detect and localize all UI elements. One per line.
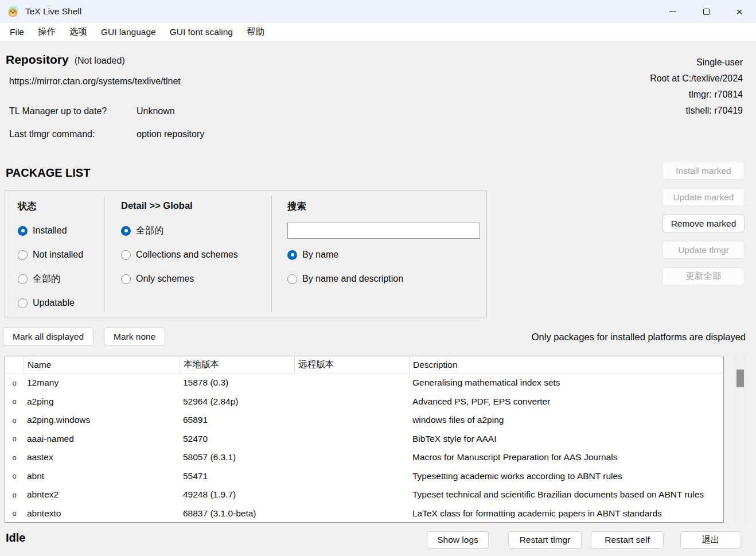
radio-collections-schemes[interactable]: Collections and schemes xyxy=(121,248,238,262)
action-button-4[interactable]: 更新全部 xyxy=(663,267,745,285)
cell-marker: o xyxy=(5,416,24,425)
footer-button-2[interactable]: Restart self xyxy=(591,531,664,549)
radio-label: By name and description xyxy=(302,274,403,284)
cell-marker: o xyxy=(5,491,24,499)
scrollbar-thumb[interactable] xyxy=(736,370,744,387)
radio-label: Not installed xyxy=(33,250,83,260)
column-header-3[interactable]: 远程版本 xyxy=(294,356,409,374)
cell-local: 68837 (3.1.0-beta) xyxy=(180,508,294,519)
table-row[interactable]: oabntex249248 (1.9.7)Typeset technical a… xyxy=(5,485,723,504)
cell-name: aastex xyxy=(24,452,180,462)
radio-label: By name xyxy=(302,250,338,260)
column-header-1[interactable]: Name xyxy=(24,356,180,374)
radio-icon xyxy=(18,226,28,236)
cell-description: Typeset technical and scientific Brazili… xyxy=(409,489,723,500)
radio-icon xyxy=(18,298,28,308)
table-header-row: Name本地版本远程版本Description xyxy=(5,356,723,374)
radio-label: 全部的 xyxy=(33,273,60,285)
app-icon xyxy=(7,5,20,18)
menu-item-3[interactable]: GUI language xyxy=(94,23,163,41)
cell-marker: o xyxy=(5,434,24,443)
radio-by-name[interactable]: By name xyxy=(287,248,338,262)
window-controls: × xyxy=(656,0,756,23)
tl-manager-row: TL Manager up to date? Unknown xyxy=(9,106,175,116)
radio-not-installed[interactable]: Not installed xyxy=(18,248,83,262)
radio-label: Updatable xyxy=(33,298,75,308)
window-title: TeX Live Shell xyxy=(25,6,81,17)
search-group-title: 搜索 xyxy=(287,200,306,213)
app-window: TeX Live Shell × File操作选项GUI languageGUI… xyxy=(0,0,756,556)
cell-marker: o xyxy=(5,472,24,480)
minimize-button[interactable] xyxy=(656,0,689,23)
cell-name: abntexto xyxy=(24,508,180,519)
footer-button-0[interactable]: Show logs xyxy=(427,531,489,549)
install-info: Single-user Root at C:/texlive/2024 tlmg… xyxy=(650,55,743,119)
tlmgr-version: tlmgr: r70814 xyxy=(650,87,743,103)
repository-header: Repository (Not loaded) xyxy=(6,53,125,67)
cell-description: windows files of a2ping xyxy=(409,415,723,425)
radio-icon xyxy=(18,250,28,260)
last-command-value: option repository xyxy=(137,129,204,139)
search-input[interactable] xyxy=(287,223,480,239)
radio-icon xyxy=(287,250,297,260)
footer-buttons: Show logsRestart tlmgrRestart self退出 xyxy=(427,531,741,549)
mark-none-button[interactable]: Mark none xyxy=(104,328,165,345)
column-header-2[interactable]: 本地版本 xyxy=(180,356,294,374)
close-button[interactable]: × xyxy=(723,0,756,23)
radio-all-status[interactable]: 全部的 xyxy=(18,272,60,286)
column-header-4[interactable]: Description xyxy=(409,356,723,374)
action-button-2[interactable]: Remove marked xyxy=(663,215,745,232)
radio-icon xyxy=(287,274,297,284)
table-row[interactable]: oa2ping.windows65891windows files of a2p… xyxy=(5,411,723,430)
table-row[interactable]: oa2ping52964 (2.84p)Advanced PS, PDF, EP… xyxy=(5,392,723,411)
mark-button-row: Mark all displayed Mark none xyxy=(3,328,165,345)
table-row[interactable]: oaaai-named52470BibTeX style for AAAI xyxy=(5,430,723,449)
radio-updatable[interactable]: Updatable xyxy=(18,296,75,310)
detail-group-title: Detail >> Global xyxy=(121,200,193,211)
table-body: o12many15878 (0.3)Generalising mathemati… xyxy=(5,374,723,523)
install-root: Root at C:/texlive/2024 xyxy=(650,71,743,87)
cell-marker: o xyxy=(5,379,24,387)
footer-button-1[interactable]: Restart tlmgr xyxy=(508,531,582,549)
radio-by-name-description[interactable]: By name and description xyxy=(287,272,403,286)
cell-description: BibTeX style for AAAI xyxy=(409,434,723,444)
radio-icon xyxy=(121,226,131,236)
action-button-0[interactable]: Install marked xyxy=(663,162,745,180)
table-row[interactable]: oaastex58057 (6.3.1)Macros for Manuscrip… xyxy=(5,448,723,467)
cell-name: abnt xyxy=(24,471,180,481)
table-scrollbar[interactable] xyxy=(735,356,745,523)
divider xyxy=(104,196,104,312)
mark-all-displayed-button[interactable]: Mark all displayed xyxy=(3,328,93,345)
table-row[interactable]: o12many15878 (0.3)Generalising mathemati… xyxy=(5,374,723,392)
cell-marker: o xyxy=(5,509,24,518)
cell-marker: o xyxy=(5,397,24,406)
tlshell-version: tlshell: r70419 xyxy=(650,103,743,119)
maximize-button[interactable] xyxy=(689,0,723,23)
menu-item-5[interactable]: 帮助 xyxy=(240,23,271,41)
radio-detail-all[interactable]: 全部的 xyxy=(121,224,163,238)
radio-only-schemes[interactable]: Only schemes xyxy=(121,272,194,286)
radio-installed[interactable]: Installed xyxy=(18,224,67,238)
platforms-note: Only packages for installed platforms ar… xyxy=(532,332,746,343)
table-row[interactable]: oabntexto68837 (3.1.0-beta)LaTeX class f… xyxy=(5,504,723,523)
cell-local: 52964 (2.84p) xyxy=(180,396,294,407)
menu-item-0[interactable]: File xyxy=(3,23,31,41)
menu-item-4[interactable]: GUI font scaling xyxy=(163,23,240,41)
cell-local: 58057 (6.3.1) xyxy=(180,452,294,462)
cell-local: 55471 xyxy=(180,471,294,481)
footer-button-3[interactable]: 退出 xyxy=(680,531,741,549)
radio-icon xyxy=(18,274,28,284)
action-button-1[interactable]: Update marked xyxy=(663,188,745,206)
menu-item-1[interactable]: 操作 xyxy=(31,23,63,41)
filter-panel: 状态 Installed Not installed 全部的 Updatable… xyxy=(5,190,487,317)
menu-item-2[interactable]: 选项 xyxy=(63,23,94,41)
radio-icon xyxy=(121,250,131,260)
status-group-title: 状态 xyxy=(18,200,37,213)
divider xyxy=(271,196,272,312)
title-bar: TeX Live Shell × xyxy=(0,0,756,23)
repository-title: Repository xyxy=(6,53,69,67)
action-button-3[interactable]: Update tlmgr xyxy=(663,241,745,259)
table-row[interactable]: oabnt55471Typesetting academic works acc… xyxy=(5,467,723,486)
package-list-title: PACKAGE LIST xyxy=(6,166,90,180)
cell-local: 52470 xyxy=(180,434,294,444)
